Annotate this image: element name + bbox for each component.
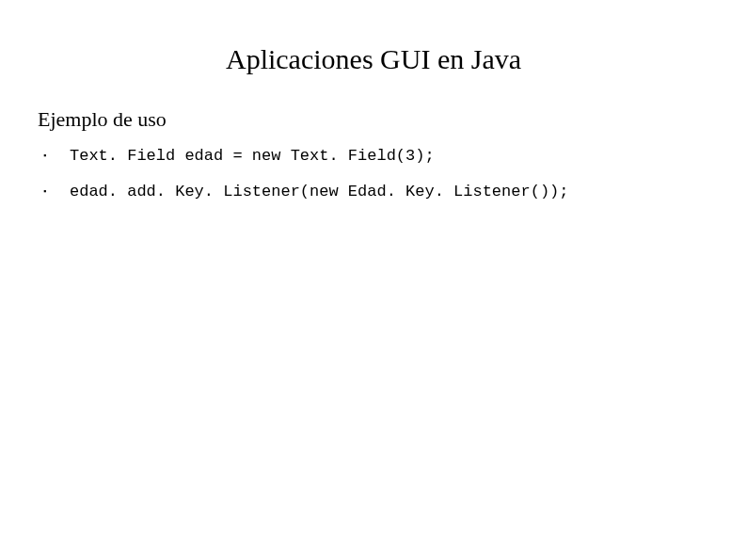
code-bullet-list: Text. Field edad = new Text. Field(3); e… [0,147,747,202]
slide-title: Aplicaciones GUI en Java [0,0,747,107]
code-bullet: edad. add. Key. Listener(new Edad. Key. … [38,183,747,201]
code-bullet: Text. Field edad = new Text. Field(3); [38,147,747,166]
slide-subtitle: Ejemplo de uso [38,107,747,132]
slide: Aplicaciones GUI en Java Ejemplo de uso … [0,0,747,560]
